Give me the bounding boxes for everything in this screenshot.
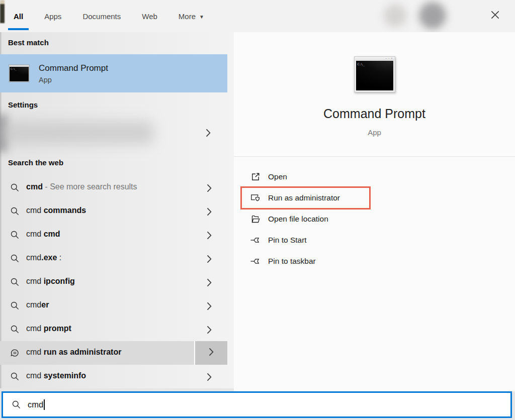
tab-more[interactable]: More▼ bbox=[177, 0, 206, 32]
web-suggestion-row[interactable]: cmder bbox=[0, 294, 234, 318]
settings-result-blurred[interactable] bbox=[0, 114, 227, 152]
search-icon bbox=[10, 325, 20, 336]
suggestion-text: cmd run as administrator bbox=[26, 348, 121, 357]
chevron-right-icon[interactable] bbox=[207, 278, 212, 289]
action-label: Run as administrator bbox=[268, 193, 340, 202]
tab-label: Web bbox=[142, 12, 157, 21]
suggestion-text-part: cmd bbox=[26, 230, 44, 238]
action-run-as-administrator[interactable]: Run as administrator bbox=[234, 187, 515, 208]
suggestion-text-part: cmd bbox=[26, 182, 43, 191]
search-input[interactable]: cmd bbox=[2, 391, 512, 418]
suggestion-text: cmd cmd bbox=[26, 230, 60, 239]
suggestion-text-part: cmd bbox=[26, 371, 44, 380]
web-suggestion-row[interactable]: cmd run as administrator bbox=[0, 341, 226, 365]
tab-web[interactable]: Web bbox=[140, 0, 159, 32]
pin-icon bbox=[250, 256, 261, 267]
chevron-right-icon[interactable] bbox=[207, 302, 212, 312]
expand-chevron-box[interactable] bbox=[194, 341, 227, 365]
web-suggestion-row[interactable]: cmd ipconfig bbox=[0, 270, 234, 294]
suggestion-text: cmd ipconfig bbox=[26, 277, 75, 286]
icon-screen bbox=[356, 61, 393, 90]
search-icon bbox=[10, 277, 20, 289]
suggestion-text-part: cmd bbox=[26, 324, 44, 333]
filter-tabs: AllAppsDocumentsWebMore▼ bbox=[12, 0, 206, 32]
search-icon bbox=[12, 400, 21, 409]
suggestion-text: cmd systeminfo bbox=[26, 371, 86, 380]
action-open-file-location[interactable]: Open file location bbox=[234, 208, 515, 230]
command-prompt-icon bbox=[354, 56, 395, 92]
search-input-value: cmd bbox=[28, 400, 43, 409]
action-label: Open bbox=[268, 172, 287, 181]
search-filter-bar: AllAppsDocumentsWebMore▼ bbox=[0, 0, 515, 33]
suggestion-text-part: cmd bbox=[26, 300, 41, 309]
action-pin-to-start[interactable]: Pin to Start bbox=[234, 230, 515, 251]
web-suggestion-row[interactable]: cmd.exe : bbox=[0, 247, 234, 270]
web-suggestion-row[interactable]: cmd - See more search results bbox=[0, 176, 234, 199]
chevron-right-icon[interactable] bbox=[206, 129, 211, 139]
suggestion-text-part: prompt bbox=[44, 324, 71, 333]
background-window-sliver bbox=[0, 0, 5, 23]
suggestion-text: cmd - See more search results bbox=[26, 182, 137, 191]
icon-titlebar bbox=[355, 57, 394, 60]
best-match-result[interactable]: Command Prompt App bbox=[0, 54, 227, 92]
search-icon bbox=[10, 372, 20, 383]
blurred-text bbox=[3, 121, 154, 144]
chevron-right-icon[interactable] bbox=[207, 255, 212, 265]
suggestion-text: cmd.exe : bbox=[26, 253, 61, 262]
suggestion-text-part: cmd bbox=[26, 348, 44, 356]
web-suggestion-row[interactable]: cmd commands bbox=[0, 199, 234, 223]
text-cursor bbox=[44, 399, 45, 410]
tab-all[interactable]: All bbox=[12, 0, 25, 32]
action-open[interactable]: Open bbox=[234, 166, 515, 187]
suggestion-text-part: er bbox=[41, 300, 49, 309]
chevron-right-icon[interactable] bbox=[207, 326, 212, 336]
tab-label: Apps bbox=[44, 12, 61, 21]
action-pin-to-taskbar[interactable]: Pin to taskbar bbox=[234, 251, 515, 272]
best-match-subtitle: App bbox=[39, 76, 108, 84]
preview-pane: Command Prompt App OpenRun as administra… bbox=[234, 32, 515, 391]
tab-label: All bbox=[14, 12, 23, 21]
chevron-down-icon: ▼ bbox=[199, 14, 204, 20]
close-icon bbox=[490, 10, 500, 22]
action-label: Open file location bbox=[268, 215, 328, 224]
suggestion-text-part: commands bbox=[44, 206, 86, 215]
web-suggestion-row[interactable]: cmd systeminfo bbox=[0, 365, 234, 388]
suggestion-text: cmder bbox=[26, 300, 49, 309]
app-subtitle: App bbox=[234, 128, 515, 137]
app-title: Command Prompt bbox=[234, 107, 515, 121]
command-prompt-icon bbox=[9, 65, 29, 82]
tab-apps[interactable]: Apps bbox=[43, 0, 63, 32]
chevron-right-icon[interactable] bbox=[207, 231, 212, 242]
open-file-location-icon bbox=[250, 214, 261, 225]
chevron-right-icon[interactable] bbox=[207, 184, 212, 194]
web-suggestion-list: cmd - See more search resultscmd command… bbox=[0, 176, 234, 388]
suggestion-text-part: run as administrator bbox=[44, 348, 122, 356]
suggestion-text: cmd prompt bbox=[26, 324, 71, 333]
suggestion-text-part: ipconfig bbox=[44, 277, 75, 285]
chevron-right-icon bbox=[209, 348, 214, 358]
suggestion-icon bbox=[10, 348, 20, 360]
search-icon bbox=[10, 301, 20, 312]
suggestion-text-part: cmd bbox=[44, 230, 60, 238]
windows-search-flyout: AllAppsDocumentsWebMore▼ Best match Comm… bbox=[0, 0, 515, 420]
tab-label: Documents bbox=[82, 12, 121, 21]
suggestion-text-part: cmd bbox=[26, 206, 44, 215]
chevron-right-icon[interactable] bbox=[207, 373, 212, 383]
tab-label: More bbox=[179, 12, 196, 21]
web-suggestion-row[interactable]: cmd prompt bbox=[0, 318, 234, 341]
tab-documents[interactable]: Documents bbox=[81, 0, 122, 32]
results-pane: Best match Command Prompt App Settings S… bbox=[0, 32, 234, 388]
close-button[interactable] bbox=[489, 10, 501, 22]
best-match-text: Command Prompt App bbox=[39, 63, 108, 84]
run-as-admin-icon bbox=[250, 192, 261, 203]
suggestion-text-part: : bbox=[57, 253, 61, 262]
action-label: Pin to Start bbox=[268, 236, 307, 245]
search-icon bbox=[10, 254, 20, 265]
divider bbox=[234, 156, 515, 157]
search-icon bbox=[10, 183, 20, 194]
pin-icon bbox=[250, 235, 261, 246]
search-the-web-header: Search the web bbox=[8, 158, 63, 167]
chevron-right-icon[interactable] bbox=[207, 207, 212, 218]
open-external-icon bbox=[250, 171, 261, 182]
web-suggestion-row[interactable]: cmd cmd bbox=[0, 223, 234, 247]
